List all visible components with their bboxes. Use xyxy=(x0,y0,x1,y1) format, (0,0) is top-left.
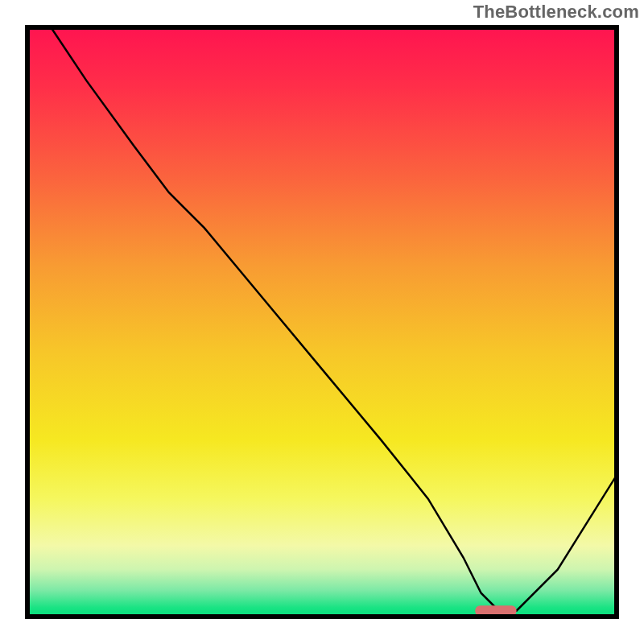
gradient-background xyxy=(27,27,617,617)
chart-svg xyxy=(0,0,644,644)
plot-area xyxy=(27,27,617,617)
attribution-text: TheBottleneck.com xyxy=(473,2,639,23)
bottleneck-chart: TheBottleneck.com xyxy=(0,0,644,644)
